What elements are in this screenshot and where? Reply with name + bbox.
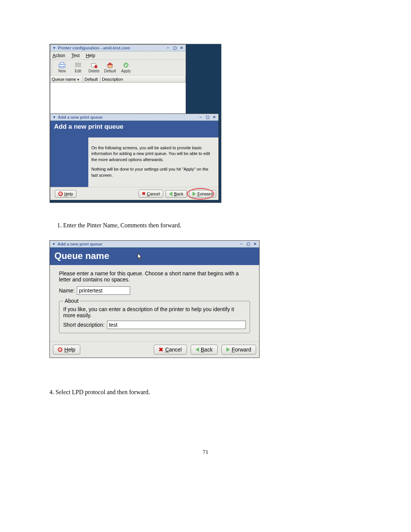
close-icon[interactable]: ✕ [212, 115, 217, 120]
svg-rect-1 [60, 62, 64, 64]
menubar: Action Test Help [50, 51, 186, 60]
screenshot-1: ▾ Printer configuration - amit-test.com … [49, 44, 221, 203]
col-queue-name[interactable]: Queue name▼ [50, 76, 83, 82]
printer-config-window: ▾ Printer configuration - amit-test.com … [50, 44, 186, 120]
forward-button[interactable]: Forward [221, 345, 256, 355]
column-headers: Queue name▼ Default Description [50, 76, 186, 83]
svg-rect-2 [60, 66, 64, 68]
forward-icon [226, 347, 230, 352]
help-button[interactable]: Help [55, 190, 76, 198]
instruction-step-4: 4. Select LPD protocol and then forward. [49, 389, 362, 396]
maximize-icon[interactable]: ▢ [172, 45, 177, 51]
titlebar[interactable]: ▾ Printer configuration - amit-test.com … [50, 45, 186, 51]
delete-icon [91, 62, 97, 68]
dialog-banner: Queue name [50, 248, 259, 265]
home-icon [107, 62, 113, 68]
screenshot-2: ▾ Add a new print queue – ▢ ✕ Queue name… [49, 240, 261, 370]
intro-text: Please enter a name for this queue. Choo… [59, 270, 250, 283]
svg-marker-11 [138, 253, 142, 260]
titlebar[interactable]: ▾ Add a new print queue – ▢ ✕ [50, 114, 218, 121]
forward-icon [193, 192, 196, 196]
back-icon [196, 347, 199, 352]
about-text: If you like, you can enter a description… [63, 306, 246, 318]
menu-help[interactable]: Help [86, 53, 95, 58]
window-menu-icon[interactable]: ▾ [52, 115, 56, 120]
maximize-icon[interactable]: ▢ [245, 241, 251, 247]
name-input[interactable] [77, 286, 130, 295]
printer-icon [59, 62, 65, 68]
name-label: Name: [59, 288, 75, 294]
menu-action[interactable]: Action [53, 53, 65, 58]
help-button[interactable]: Help [53, 345, 80, 355]
svg-point-7 [94, 65, 97, 68]
button-row: Help ✖ Cancel Back Forward [50, 341, 259, 358]
description-input[interactable] [107, 321, 246, 329]
window-title: Add a new print queue [58, 115, 103, 120]
about-legend: About [63, 298, 80, 304]
form-body: Please enter a name for this queue. Choo… [50, 265, 259, 341]
add-queue-dialog-1: ▾ Add a new print queue – ▢ ✕ Add a new … [50, 113, 219, 200]
list-icon [75, 62, 81, 68]
instruction-step-1: 1. Enter the Pinter Name, Comments then … [57, 222, 362, 229]
page-number: 71 [49, 449, 362, 455]
window-menu-icon[interactable]: ▾ [51, 242, 56, 246]
help-icon [58, 192, 63, 196]
maximize-icon[interactable]: ▢ [205, 115, 210, 120]
cancel-icon: ✖ [142, 191, 145, 196]
close-icon[interactable]: ✕ [179, 45, 184, 51]
titlebar[interactable]: ▾ Add a new print queue – ▢ ✕ [50, 241, 259, 248]
info-text: On the following screens, you will be as… [88, 137, 218, 187]
edit-button[interactable]: Edit [70, 62, 86, 73]
apply-icon [123, 62, 129, 68]
cancel-button[interactable]: ✖ Cancel [139, 190, 163, 198]
window-title: Add a new print queue [57, 242, 102, 246]
new-button[interactable]: New [54, 62, 70, 73]
window-menu-icon[interactable]: ▾ [52, 46, 56, 50]
minimize-icon[interactable]: – [239, 241, 244, 247]
delete-button[interactable]: Delete [86, 62, 102, 73]
minimize-icon[interactable]: – [198, 115, 203, 120]
forward-button[interactable]: Forward [189, 190, 216, 198]
col-default[interactable]: Default [83, 76, 100, 82]
menu-test[interactable]: Test [71, 53, 80, 58]
cursor-icon [137, 253, 143, 260]
cursor-icon [91, 182, 96, 187]
description-label: Short description: [63, 322, 105, 328]
side-panel [50, 137, 88, 187]
back-icon [169, 192, 172, 196]
toolbar-grip [50, 60, 53, 75]
svg-marker-9 [107, 62, 113, 65]
back-button[interactable]: Back [191, 345, 218, 355]
help-icon [58, 347, 62, 352]
toolbar: New Edit Delete [50, 60, 186, 76]
button-row: Help ✖ Cancel Back Forward [50, 187, 218, 200]
add-queue-dialog-2: ▾ Add a new print queue – ▢ ✕ Queue name… [49, 240, 260, 358]
dialog-banner: Add a new print queue [50, 121, 218, 137]
about-fieldset: About If you like, you can enter a descr… [59, 298, 250, 333]
minimize-icon[interactable]: – [165, 45, 170, 51]
cancel-button[interactable]: ✖ Cancel [154, 345, 187, 355]
apply-button[interactable]: Apply [118, 62, 134, 73]
window-title: Printer configuration - amit-test.com [58, 46, 130, 50]
col-description[interactable]: Description [100, 76, 186, 82]
back-button[interactable]: Back [166, 190, 186, 198]
close-icon[interactable]: ✕ [252, 241, 258, 247]
cancel-icon: ✖ [159, 347, 163, 353]
sort-icon: ▼ [77, 78, 80, 81]
default-button[interactable]: Default [102, 62, 118, 73]
